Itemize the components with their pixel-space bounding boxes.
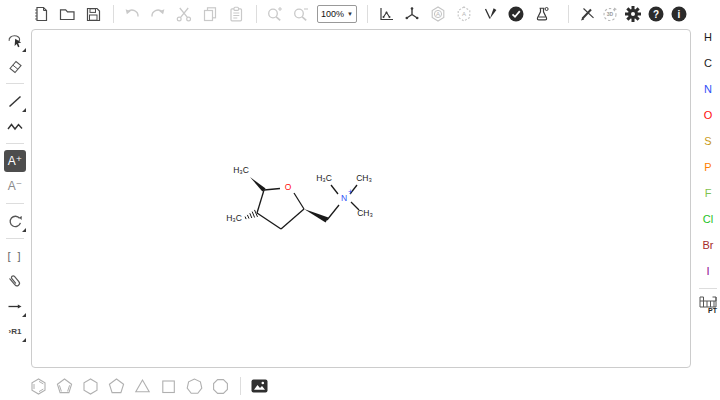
template-cycloheptane-button[interactable] xyxy=(185,377,204,396)
save-file-button[interactable] xyxy=(83,4,103,24)
element-button-p[interactable]: P xyxy=(697,154,719,180)
help-button[interactable]: ? xyxy=(646,4,666,24)
bond-c2-c3[interactable] xyxy=(281,209,304,229)
eraser-icon xyxy=(6,57,24,75)
zoom-out-button[interactable] xyxy=(291,4,311,24)
copy-button[interactable] xyxy=(200,4,220,24)
pen-slash-icon xyxy=(578,5,596,23)
atom-charge-plus[interactable]: + xyxy=(348,187,353,197)
atom-element-bar: H C N O S P F Cl Br I PT xyxy=(696,24,720,315)
bond-ch2-n[interactable] xyxy=(327,205,339,220)
eraser-button[interactable] xyxy=(4,55,26,77)
check-structure-button[interactable] xyxy=(506,4,526,24)
atom-label-n-methyl-upper-left[interactable]: H₃C xyxy=(316,173,332,183)
miew-3d-label: 3D xyxy=(607,11,614,17)
bond-n-methyl-ul[interactable] xyxy=(331,185,338,194)
sgroup-button[interactable]: [ ] xyxy=(4,245,26,267)
pen-slash-button[interactable] xyxy=(577,4,597,24)
top-toolbar: 100% ▼ A A xyxy=(0,0,720,28)
redo-button[interactable] xyxy=(148,4,168,24)
atom-label-n-methyl-lower-right[interactable]: CH₃ xyxy=(357,208,373,218)
drawing-canvas[interactable]: H₃C O H₃C N + H₃C CH₃ CH₃ xyxy=(31,29,691,368)
cut-icon xyxy=(175,5,193,23)
hash-wedge-bond-c4-methyl[interactable] xyxy=(245,210,257,219)
single-bond-button[interactable] xyxy=(4,90,26,112)
undo-button[interactable] xyxy=(122,4,142,24)
bond-c5-o[interactable] xyxy=(264,189,280,191)
settings-gear-icon xyxy=(624,5,642,23)
chain-button[interactable] xyxy=(4,115,26,137)
rotate-transform-button[interactable] xyxy=(4,210,26,232)
element-button-br[interactable]: Br xyxy=(697,232,719,258)
element-button-i[interactable]: I xyxy=(697,258,719,284)
open-file-button[interactable] xyxy=(57,4,77,24)
atom-label-oxygen[interactable]: O xyxy=(285,182,292,192)
atom-label-n-methyl-upper-right[interactable]: CH₃ xyxy=(356,173,372,183)
about-label: i xyxy=(678,9,681,20)
template-cyclopropane-button[interactable] xyxy=(133,377,152,396)
open-file-icon xyxy=(58,5,76,23)
atom-label-nitrogen[interactable]: N xyxy=(341,193,347,203)
bond-o-c2[interactable] xyxy=(294,193,304,209)
layout-icon xyxy=(377,5,395,23)
miew-3d-button[interactable]: 3D xyxy=(600,4,620,24)
atom-label-methyl-left[interactable]: H₃C xyxy=(226,213,242,223)
wedge-bond-c2-ch2[interactable] xyxy=(304,209,328,223)
calculate-cip-button[interactable] xyxy=(480,4,500,24)
zoom-in-button[interactable] xyxy=(265,4,285,24)
toolbar-divider xyxy=(6,203,24,204)
cyclobutane-icon xyxy=(159,377,178,396)
toolbar-divider xyxy=(256,5,257,23)
element-button-n[interactable]: N xyxy=(697,76,719,102)
help-icon: ? xyxy=(647,5,665,23)
template-cyclohexane-button[interactable] xyxy=(81,377,100,396)
undo-icon xyxy=(123,5,141,23)
analyse-structure-button[interactable] xyxy=(532,4,552,24)
cyclopropane-icon xyxy=(133,377,152,396)
template-library-button[interactable] xyxy=(250,377,269,396)
wedge-bond-c5-methyl[interactable] xyxy=(250,177,266,192)
settings-button[interactable] xyxy=(623,4,643,24)
molecule-structure[interactable]: H₃C O H₃C N + H₃C CH₃ CH₃ xyxy=(210,156,400,251)
layout-button[interactable] xyxy=(376,4,396,24)
template-benzene-button[interactable] xyxy=(29,377,48,396)
periodic-table-button[interactable]: PT xyxy=(697,293,719,315)
about-button[interactable]: i xyxy=(669,4,689,24)
dearomatize-button[interactable]: A xyxy=(454,4,474,24)
zoom-out-icon xyxy=(292,5,310,23)
element-button-s[interactable]: S xyxy=(697,128,719,154)
zoom-level-dropdown[interactable]: 100% ▼ xyxy=(317,5,357,23)
charge-plus-button[interactable]: A⁺ xyxy=(4,150,26,172)
toolbar-divider xyxy=(367,5,368,23)
bond-c3-c4[interactable] xyxy=(257,213,281,229)
bond-lines[interactable] xyxy=(257,185,359,229)
element-button-f[interactable]: F xyxy=(697,180,719,206)
lasso-select-button[interactable] xyxy=(4,30,26,52)
cyclooctane-icon xyxy=(211,377,230,396)
template-cyclobutane-button[interactable] xyxy=(159,377,178,396)
element-button-o[interactable]: O xyxy=(697,102,719,128)
dearomatize-letter: A xyxy=(462,11,466,17)
template-cyclopentane-button[interactable] xyxy=(107,377,126,396)
template-toolbar xyxy=(29,372,276,400)
element-button-cl[interactable]: Cl xyxy=(697,206,719,232)
cut-button[interactable] xyxy=(174,4,194,24)
new-document-button[interactable] xyxy=(31,4,51,24)
element-button-c[interactable]: C xyxy=(697,50,719,76)
template-cyclopentadiene-button[interactable] xyxy=(55,377,74,396)
reaction-arrow-button[interactable] xyxy=(4,295,26,317)
calculate-cip-icon xyxy=(481,5,499,23)
toolbar-divider xyxy=(6,143,24,144)
template-cyclooctane-button[interactable] xyxy=(211,377,230,396)
charge-minus-button[interactable]: A⁻ xyxy=(4,175,26,197)
element-button-h[interactable]: H xyxy=(697,24,719,50)
bond-c4-c5[interactable] xyxy=(257,190,264,213)
atom-label-methyl-top[interactable]: H₃C xyxy=(233,165,249,175)
rgroup-button[interactable]: ›R1 xyxy=(4,320,26,342)
attachment-point-button[interactable] xyxy=(4,270,26,292)
aromatize-button[interactable]: A xyxy=(428,4,448,24)
atom-labels[interactable]: H₃C O H₃C N + H₃C CH₃ CH₃ xyxy=(226,165,373,223)
paste-button[interactable] xyxy=(226,4,246,24)
clean-up-button[interactable] xyxy=(402,4,422,24)
toolbar-divider xyxy=(240,377,241,395)
